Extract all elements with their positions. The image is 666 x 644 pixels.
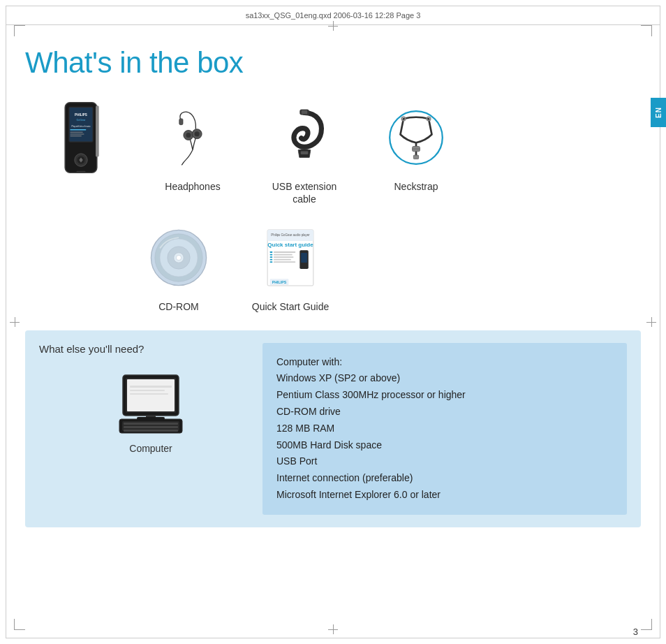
neckstrap-image (360, 99, 472, 176)
usb-cable-image (249, 99, 360, 176)
svg-rect-59 (130, 390, 165, 391)
svg-rect-63 (124, 423, 178, 425)
svg-rect-43 (274, 257, 293, 258)
page-title: What's in the box (25, 46, 641, 80)
svg-rect-10 (96, 105, 99, 156)
quick-start-image: Philips GoGear audio player Quick start … (235, 219, 346, 296)
items-row1: PHILIPS GoGear Play with lots of music (25, 99, 641, 205)
svg-rect-19 (179, 119, 183, 125)
item-usb-cable: USB extensioncable (249, 99, 360, 205)
svg-text:Play with lots of music: Play with lots of music (71, 125, 91, 128)
svg-text:GoGear: GoGear (76, 119, 86, 122)
svg-rect-14 (77, 171, 86, 173)
svg-rect-7 (70, 132, 82, 133)
svg-rect-67 (137, 417, 165, 420)
needs-box: What else you'll need? (25, 330, 641, 527)
item-cdrom: CD-ROM (123, 219, 235, 313)
philips-device-icon: PHILIPS GoGear Play with lots of music (50, 99, 112, 176)
svg-rect-45 (274, 262, 295, 263)
req-line-1: Windows XP (SP2 or above) (276, 370, 466, 387)
svg-rect-47 (270, 254, 273, 256)
item-device: PHILIPS GoGear Play with lots of music (25, 99, 137, 180)
svg-rect-21 (302, 110, 308, 114)
needs-right: Computer with: Windows XP (SP2 or above)… (262, 343, 627, 515)
corner-mark-tr (641, 25, 652, 36)
svg-rect-42 (274, 254, 293, 256)
req-line-0: Computer with: (276, 354, 466, 371)
headphones-label: Headphones (165, 180, 220, 193)
cross-mark-left (10, 317, 20, 327)
req-line-6: USB Port (276, 453, 466, 470)
svg-rect-57 (127, 379, 175, 411)
en-tab: EN (651, 98, 666, 127)
computer-icon (112, 372, 189, 438)
svg-rect-50 (270, 262, 273, 263)
page-number: 3 (633, 627, 638, 637)
svg-rect-60 (130, 393, 168, 395)
neckstrap-label: Neckstrap (394, 180, 438, 193)
req-line-4: 128 MB RAM (276, 420, 466, 437)
system-requirements: Computer with: Windows XP (SP2 or above)… (276, 354, 466, 504)
svg-rect-6 (70, 129, 86, 130)
needs-left: What else you'll need? (39, 343, 262, 515)
svg-rect-52 (301, 253, 307, 263)
cross-mark-right (646, 317, 656, 327)
svg-rect-22 (301, 152, 309, 154)
usb-cable-label: USB extensioncable (272, 180, 337, 205)
req-line-3: CD-ROM drive (276, 404, 466, 420)
cdrom-label: CD-ROM (158, 300, 199, 313)
svg-rect-48 (270, 257, 273, 258)
headphones-icon (168, 106, 217, 169)
svg-rect-46 (270, 251, 273, 253)
corner-mark-br (641, 619, 652, 630)
svg-text:Philips GoGear audio player: Philips GoGear audio player (271, 233, 310, 237)
items-row2: CD-ROM Philips GoGear audio player Quick… (123, 219, 641, 313)
item-neckstrap: Neckstrap (360, 99, 472, 193)
main-content: What's in the box PHILIPS GoGear Play (25, 25, 641, 619)
header-file-info: sa13xx_QSG_01eng.qxd 2006-03-16 12:28 Pa… (246, 11, 421, 20)
device-image: PHILIPS GoGear Play with lots of music (25, 99, 137, 176)
needs-title: What else you'll need? (39, 343, 144, 355)
svg-rect-28 (413, 155, 418, 159)
req-line-7: Internet connection (preferable) (276, 470, 466, 487)
svg-rect-8 (70, 134, 84, 135)
svg-rect-49 (270, 259, 273, 261)
corner-mark-tl (14, 25, 25, 36)
svg-text:Quick start guide: Quick start guide (267, 242, 313, 248)
req-line-2: Pentium Class 300MHz processor or higher (276, 387, 466, 404)
svg-rect-9 (70, 136, 82, 136)
svg-point-16 (186, 133, 191, 138)
headphones-image (137, 99, 249, 176)
cross-mark-bottom (328, 624, 338, 634)
svg-rect-41 (274, 251, 295, 253)
neckstrap-icon (385, 106, 447, 169)
req-line-8: Microsoft Internet Explorer 6.0 or later (276, 487, 466, 504)
item-headphones: Headphones (137, 99, 249, 193)
quick-start-label: Quick Start Guide (252, 300, 330, 313)
svg-rect-64 (124, 426, 178, 428)
computer-label: Computer (129, 442, 172, 455)
usb-cable-icon (276, 106, 332, 169)
svg-point-18 (195, 131, 200, 136)
svg-text:PHILIPS: PHILIPS (272, 281, 287, 285)
svg-rect-58 (130, 386, 172, 388)
svg-point-36 (176, 256, 181, 261)
cdrom-icon (147, 226, 210, 289)
svg-rect-65 (124, 430, 178, 432)
svg-rect-44 (274, 259, 291, 261)
req-line-5: 500MB Hard Disk space (276, 437, 466, 454)
quick-start-guide-icon: Philips GoGear audio player Quick start … (262, 226, 318, 289)
cdrom-image (123, 219, 235, 296)
corner-mark-bl (14, 619, 25, 630)
item-quick-start: Philips GoGear audio player Quick start … (235, 219, 346, 313)
svg-text:PHILIPS: PHILIPS (75, 113, 87, 117)
